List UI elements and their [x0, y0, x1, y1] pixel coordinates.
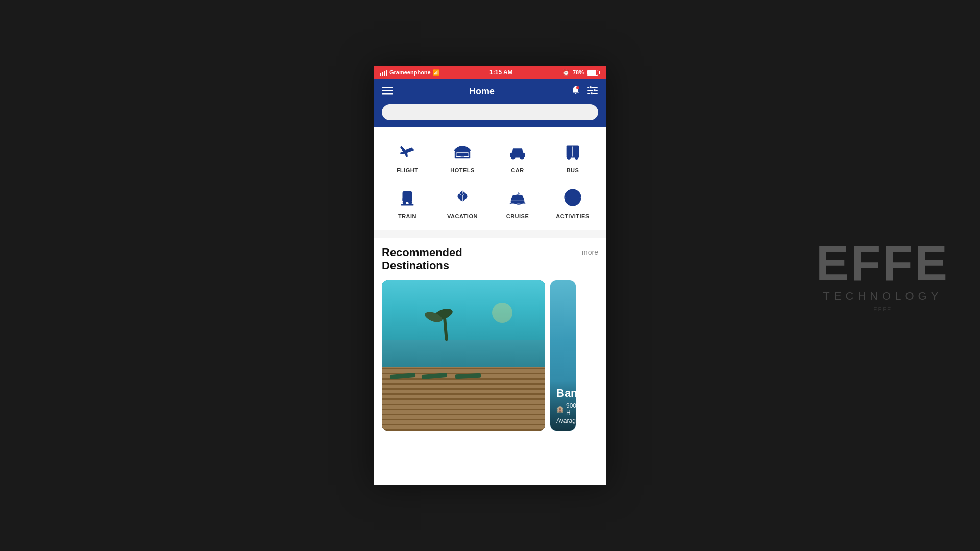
signal-icon: [380, 69, 387, 76]
svg-point-9: [590, 92, 593, 94]
bus-label: BUS: [567, 167, 579, 173]
washington-bg: [382, 280, 545, 431]
settings-sliders-icon[interactable]: [587, 85, 598, 98]
main-content: FLIGHT: [374, 127, 606, 435]
more-link[interactable]: more: [582, 248, 598, 256]
svg-rect-31: [408, 193, 411, 196]
battery-percent: 78%: [573, 69, 584, 76]
flight-label: FLIGHT: [397, 167, 419, 173]
category-grid: FLIGHT: [382, 137, 598, 224]
svg-point-3: [576, 86, 579, 89]
effe-sub-text: TECHNOLOGY: [816, 290, 949, 303]
destination-card-washington[interactable]: Washington 🏨 890 Hotels Avarage Price: U…: [382, 280, 545, 431]
svg-point-40: [570, 195, 575, 200]
notification-bell-icon[interactable]: [571, 85, 581, 98]
recommended-header: RecommendedDestinations more: [382, 246, 598, 273]
destinations-row: Washington 🏨 890 Hotels Avarage Price: U…: [382, 280, 598, 431]
svg-point-25: [568, 157, 571, 160]
svg-rect-22: [568, 148, 572, 151]
effe-small-text: EFFE: [816, 306, 949, 312]
svg-point-18: [511, 156, 515, 159]
svg-rect-16: [460, 153, 464, 157]
svg-rect-32: [403, 198, 412, 201]
wifi-icon: 📶: [433, 69, 440, 76]
svg-rect-23: [574, 148, 578, 151]
svg-point-5: [589, 86, 592, 88]
bangkok-dest-name: Ban: [556, 387, 570, 400]
category-vacation[interactable]: VACATION: [437, 183, 488, 224]
svg-rect-0: [382, 87, 393, 88]
status-right: ⏰ 78%: [562, 69, 600, 76]
app-title: Home: [469, 86, 495, 97]
bus-icon: [563, 142, 582, 164]
bangkok-price: Avarag: [556, 417, 570, 424]
section-gap: [374, 230, 606, 238]
category-bus[interactable]: BUS: [547, 137, 598, 179]
vacation-label: VACATION: [447, 213, 478, 219]
svg-rect-1: [382, 90, 393, 91]
car-label: CAR: [511, 167, 524, 173]
svg-point-7: [593, 89, 596, 91]
building-icon-2: 🏨: [556, 406, 564, 413]
status-left: Grameenphone 📶: [380, 69, 440, 76]
status-time: 1:15 AM: [489, 69, 513, 76]
category-flight[interactable]: FLIGHT: [382, 137, 433, 179]
battery-icon: [587, 70, 600, 76]
phone-container: Grameenphone 📶 1:15 AM ⏰ 78% Home: [374, 66, 606, 485]
hotels-label: HOTELS: [450, 167, 475, 173]
recommended-section: RecommendedDestinations more: [374, 238, 606, 435]
bangkok-card-info: Ban 🏨 900 H Avarag: [550, 381, 576, 431]
category-hotels[interactable]: HOTELS: [437, 137, 488, 179]
app-header: Home: [374, 79, 606, 104]
svg-point-19: [520, 156, 524, 159]
activities-label: ACTIVITIES: [556, 213, 590, 219]
category-activities[interactable]: ACTIVITIES: [547, 183, 598, 224]
svg-rect-2: [382, 93, 393, 95]
vacation-icon: [453, 188, 472, 210]
effe-watermark: EFFE TECHNOLOGY EFFE: [816, 239, 949, 312]
category-train[interactable]: TRAIN: [382, 183, 433, 224]
alarm-icon: ⏰: [562, 69, 570, 76]
effe-main-text: EFFE: [816, 239, 949, 288]
categories-section: FLIGHT: [374, 127, 606, 230]
train-icon: [398, 188, 417, 210]
svg-point-26: [575, 157, 578, 160]
destination-card-bangkok-partial[interactable]: Ban 🏨 900 H Avarag: [550, 280, 576, 431]
cruise-label: CRUISE: [506, 213, 529, 219]
header-icons: [571, 85, 598, 98]
search-area: [374, 104, 606, 127]
train-label: TRAIN: [398, 213, 416, 219]
hotels-icon: [453, 142, 472, 164]
category-car[interactable]: CAR: [492, 137, 543, 179]
flight-icon: [398, 142, 417, 164]
status-bar: Grameenphone 📶 1:15 AM ⏰ 78%: [374, 66, 606, 79]
search-bar[interactable]: [382, 104, 598, 120]
car-icon: [508, 142, 527, 164]
svg-rect-30: [404, 193, 407, 196]
menu-icon[interactable]: [382, 86, 393, 97]
activities-icon: [563, 188, 582, 210]
svg-rect-20: [512, 151, 523, 154]
cruise-icon: [508, 188, 527, 210]
bangkok-hotels: 🏨 900 H: [556, 402, 570, 416]
category-cruise[interactable]: CRUISE: [492, 183, 543, 224]
carrier-name: Grameenphone: [389, 69, 431, 76]
recommended-title: RecommendedDestinations: [382, 246, 462, 273]
